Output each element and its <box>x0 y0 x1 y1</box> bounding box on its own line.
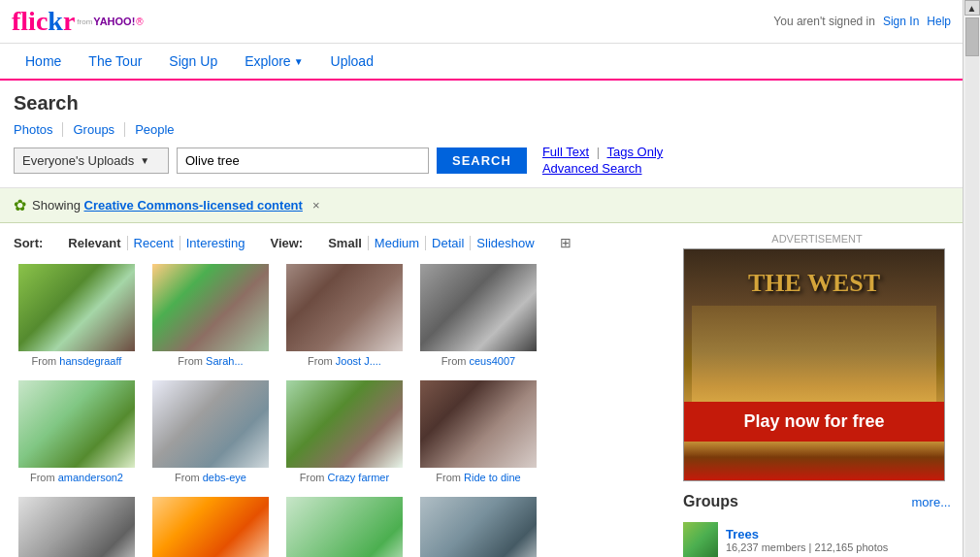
registered-icon: ® <box>136 16 143 27</box>
photo-author-link[interactable]: Crazy farmer <box>328 472 390 483</box>
search-title: Search <box>14 92 949 115</box>
dropdown-arrow-icon: ▼ <box>140 155 149 166</box>
help-link[interactable]: Help <box>927 15 951 28</box>
photo-thumb[interactable] <box>152 497 269 557</box>
tags-only-link[interactable]: Tags Only <box>606 145 663 159</box>
logo-area: flickr from YAHOO! ® <box>12 6 144 37</box>
view-options: Small Medium Detail Slideshow <box>322 236 539 250</box>
photo-author-link[interactable]: Sarah... <box>206 355 244 367</box>
search-tabs: Photos Groups People <box>14 122 949 137</box>
photo-attribution: From ceus4007 <box>415 355 541 367</box>
list-item: From debs-eye <box>147 380 274 483</box>
photo-thumb[interactable] <box>18 380 135 468</box>
search-area: Search Photos Groups People Everyone's U… <box>0 81 963 188</box>
group-meta: 16,237 members | 212,165 photos <box>726 541 951 553</box>
photo-thumb[interactable] <box>18 264 135 351</box>
photo-thumb[interactable] <box>420 264 537 351</box>
explore-dropdown-icon: ▼ <box>294 56 304 67</box>
cc-banner: ✿ Showing Creative Commons-licensed cont… <box>0 188 963 223</box>
list-item: From amanderson2 <box>14 380 140 483</box>
photo-attribution: From Ride to dine <box>415 472 541 483</box>
flickr-logo: flickr <box>12 6 75 37</box>
photo-thumb[interactable] <box>286 264 403 351</box>
photo-thumb[interactable] <box>152 264 269 351</box>
photo-attribution: From Joost J.... <box>281 355 408 367</box>
not-signed-in-text: You aren't signed in <box>773 15 875 28</box>
photo-author-link[interactable]: ceus4007 <box>470 355 516 367</box>
list-item: From Sarah... <box>147 264 274 367</box>
photo-author-link[interactable]: amanderson2 <box>58 472 123 483</box>
ad-cta[interactable]: Play now for free <box>684 402 944 442</box>
list-item: From Ride to dine <box>415 380 541 483</box>
search-scope-dropdown[interactable]: Everyone's Uploads ▼ <box>14 147 169 174</box>
from-label: from <box>77 17 92 26</box>
scrollbar: ▲ ▼ <box>963 0 980 557</box>
search-button[interactable]: SEARCH <box>437 147 527 174</box>
search-input[interactable] <box>177 147 429 174</box>
groups-more-link[interactable]: more... <box>912 495 951 509</box>
sidebar: ADVERTISEMENT THE WEST InnoGames Play no… <box>671 223 963 557</box>
list-item: From Crazy farmer <box>281 380 408 483</box>
sort-relevant[interactable]: Relevant <box>62 236 127 250</box>
tab-groups[interactable]: Groups <box>63 122 125 137</box>
content-area: Sort: Relevant Recent Interesting View: … <box>0 223 671 557</box>
search-options: Full Text | Tags Only Advanced Search <box>542 145 663 176</box>
photo-thumb[interactable] <box>286 497 403 557</box>
list-item: From hansdegraaff <box>14 264 140 367</box>
nav-tour[interactable]: The Tour <box>75 44 155 79</box>
nav-upload[interactable]: Upload <box>317 44 387 79</box>
sign-in-link[interactable]: Sign In <box>883 15 919 28</box>
photo-attribution: From Crazy farmer <box>281 472 408 483</box>
view-medium[interactable]: Medium <box>369 236 426 250</box>
advertisement-block[interactable]: THE WEST InnoGames Play now for free Ter… <box>683 248 945 481</box>
photo-attribution: From hansdegraaff <box>14 355 140 367</box>
group-info: Trees 16,237 members | 212,165 photos <box>726 527 951 553</box>
nav-explore[interactable]: Explore ▼ <box>231 44 316 79</box>
photo-thumb[interactable] <box>420 380 537 468</box>
list-item: From Joost J.... <box>281 264 408 367</box>
tab-people[interactable]: People <box>125 122 183 137</box>
photo-author-link[interactable]: Joost J.... <box>336 355 381 367</box>
groups-header: Groups more... <box>683 493 951 510</box>
scroll-up-button[interactable]: ▲ <box>964 0 980 16</box>
photo-grid: From hansdegraaff From Sarah... From Joo… <box>14 264 658 557</box>
view-detail[interactable]: Detail <box>426 236 471 250</box>
nav-home[interactable]: Home <box>12 44 75 79</box>
photo-author-link[interactable]: Ride to dine <box>464 472 521 483</box>
cc-close-icon[interactable]: × <box>312 198 320 213</box>
scroll-track <box>965 17 979 557</box>
nav-signup[interactable]: Sign Up <box>155 44 231 79</box>
photo-author-link[interactable]: debs-eye <box>203 472 246 483</box>
photo-thumb[interactable] <box>18 497 135 557</box>
sort-interesting[interactable]: Interesting <box>180 236 251 250</box>
advanced-search-link[interactable]: Advanced Search <box>542 161 642 176</box>
main-content: Sort: Relevant Recent Interesting View: … <box>0 223 963 557</box>
view-slideshow[interactable]: Slideshow <box>471 236 539 250</box>
cc-icon: ✿ <box>14 196 26 214</box>
group-thumbnail <box>683 522 718 557</box>
sort-recent[interactable]: Recent <box>128 236 180 250</box>
photo-attribution: From amanderson2 <box>14 472 140 483</box>
photo-author-link[interactable]: hansdegraaff <box>59 355 121 367</box>
search-scope-label: Everyone's Uploads <box>22 153 134 168</box>
list-item: From JoetheLion <box>147 497 274 557</box>
view-settings-icon[interactable]: ⊞ <box>560 235 572 250</box>
full-text-link[interactable]: Full Text <box>542 145 589 159</box>
list-item: From <box>415 497 541 557</box>
scroll-thumb[interactable] <box>965 17 979 56</box>
nav-bar: Home The Tour Sign Up Explore ▼ Upload <box>0 44 963 81</box>
list-item: Trees 16,237 members | 212,165 photos <box>683 518 951 557</box>
cc-link[interactable]: Creative Commons-licensed content <box>84 198 303 213</box>
groups-title: Groups <box>683 493 738 510</box>
sort-view-bar: Sort: Relevant Recent Interesting View: … <box>14 235 658 250</box>
photo-thumb[interactable] <box>420 497 537 557</box>
tab-photos[interactable]: Photos <box>14 122 63 137</box>
top-right: You aren't signed in Sign In Help <box>773 15 951 28</box>
photo-thumb[interactable] <box>286 380 403 468</box>
view-small[interactable]: Small <box>322 236 369 250</box>
search-row: Everyone's Uploads ▼ SEARCH Full Text | … <box>14 145 949 176</box>
photo-attribution: From debs-eye <box>147 472 274 483</box>
photo-thumb[interactable] <box>152 380 269 468</box>
list-item: From ceus4007 <box>14 497 140 557</box>
group-name-link[interactable]: Trees <box>726 527 759 541</box>
